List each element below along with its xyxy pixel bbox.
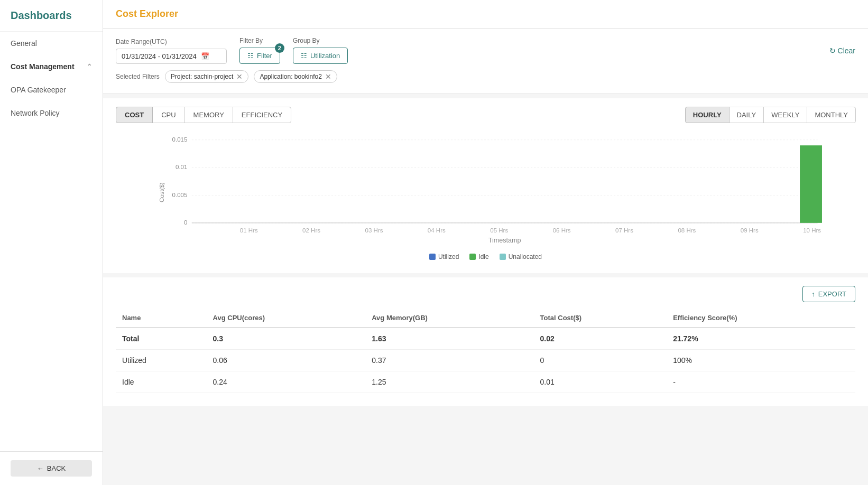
back-arrow-icon: ← [37, 464, 44, 472]
chart-tab-group: COST CPU MEMORY EFFICIENCY [116, 107, 291, 123]
x-tick-01: 01 Hrs [240, 227, 258, 234]
legend-utilized-label: Utilized [438, 253, 459, 260]
row-utilized-efficiency: 100% [667, 350, 855, 371]
chart-area: Cost($) 0.015 0.01 0.005 0 01 Hrs 02 Hrs… [126, 132, 855, 248]
chip-project-remove[interactable]: ✕ [236, 73, 243, 80]
y-tick-0015: 0.015 [172, 136, 188, 143]
chip-app-label: Application: bookinfo2 [260, 73, 321, 80]
legend-unallocated-label: Unallocated [509, 253, 542, 260]
main-content: Cost Explorer Date Range(UTC) 01/31/2024… [103, 0, 868, 485]
col-name: Name [116, 309, 207, 328]
x-tick-07: 07 Hrs [615, 227, 633, 234]
group-by-button-label: Utilization [310, 52, 340, 60]
sidebar-item-label-general: General [11, 39, 37, 48]
sidebar-item-label-network: Network Policy [11, 109, 60, 117]
filter-chip-project: Project: sachin-project ✕ [165, 70, 249, 83]
row-idle-cost: 0.01 [534, 371, 667, 393]
filter-icon: ☷ [247, 52, 254, 60]
row-idle-efficiency: - [667, 371, 855, 393]
time-tab-hourly[interactable]: HOURLY [685, 107, 730, 123]
y-tick-0005: 0.005 [172, 192, 188, 198]
sidebar-item-general[interactable]: General [0, 32, 103, 55]
date-range-value: 01/31/2024 - 01/31/2024 [122, 52, 197, 60]
row-utilized-avg-memory: 0.37 [365, 350, 533, 371]
x-tick-03: 03 Hrs [365, 227, 383, 234]
date-range-group: Date Range(UTC) 01/31/2024 - 01/31/2024 … [116, 38, 227, 64]
refresh-icon: ↻ [829, 46, 836, 55]
x-tick-10: 10 Hrs [803, 227, 821, 234]
sidebar: Dashboards General Cost Management ⌃ OPA… [0, 0, 103, 485]
filter-button-label: Filter [257, 52, 272, 60]
filter-button[interactable]: ☷ Filter [239, 48, 280, 64]
row-utilized-name: Utilized [116, 350, 207, 371]
export-row: ↑ EXPORT [116, 286, 855, 302]
filter-chip-app: Application: bookinfo2 ✕ [254, 70, 337, 83]
filter-row: Date Range(UTC) 01/31/2024 - 01/31/2024 … [116, 37, 855, 64]
main-header: Cost Explorer [103, 0, 868, 29]
row-idle-avg-memory: 1.25 [365, 371, 533, 393]
groupby-icon: ☷ [301, 52, 307, 60]
y-axis-label: Cost($) [159, 182, 165, 202]
col-efficiency: Efficiency Score(%) [667, 309, 855, 328]
chip-app-remove[interactable]: ✕ [325, 73, 331, 80]
row-total-cost: 0.02 [534, 328, 667, 350]
sidebar-item-cost-management[interactable]: Cost Management ⌃ [0, 55, 103, 78]
col-avg-cpu: Avg CPU(cores) [207, 309, 366, 328]
col-total-cost: Total Cost($) [534, 309, 667, 328]
chart-legend: Utilized Idle Unallocated [116, 253, 855, 260]
time-tab-daily[interactable]: DAILY [729, 107, 764, 123]
clear-button[interactable]: ↻ Clear [829, 46, 855, 55]
time-tab-weekly[interactable]: WEEKLY [763, 107, 807, 123]
x-tick-02: 02 Hrs [302, 227, 320, 234]
x-tick-06: 06 Hrs [553, 227, 571, 234]
filter-by-label: Filter By [239, 37, 280, 44]
group-by-group: Group By ☷ Utilization [293, 37, 348, 64]
row-total-avg-cpu: 0.3 [207, 328, 366, 350]
legend-idle-dot [469, 254, 476, 260]
table-row-total: Total 0.3 1.63 0.02 21.72% [116, 328, 855, 350]
table-section: ↑ EXPORT Name Avg CPU(cores) Avg Memory(… [103, 277, 868, 406]
time-tab-monthly[interactable]: MONTHLY [807, 107, 856, 123]
tab-cost[interactable]: COST [116, 107, 153, 123]
group-by-label: Group By [293, 37, 348, 44]
legend-utilized: Utilized [429, 253, 459, 260]
chevron-down-icon: ⌃ [87, 63, 92, 70]
back-button[interactable]: ← BACK [11, 460, 92, 477]
page-title: Cost Explorer [116, 8, 178, 19]
filter-button-wrap: ☷ Filter 2 [239, 48, 280, 64]
selected-filters-label: Selected Filters [116, 73, 160, 80]
export-button[interactable]: ↑ EXPORT [802, 286, 855, 302]
sidebar-item-network-policy[interactable]: Network Policy [0, 101, 103, 125]
table-row-idle: Idle 0.24 1.25 0.01 - [116, 371, 855, 393]
date-range-label: Date Range(UTC) [116, 38, 227, 45]
tab-efficiency[interactable]: EFFICIENCY [233, 107, 291, 123]
x-tick-04: 04 Hrs [428, 227, 446, 234]
x-tick-05: 05 Hrs [490, 227, 508, 234]
date-range-input[interactable]: 01/31/2024 - 01/31/2024 📅 [116, 49, 227, 64]
table-body: Total 0.3 1.63 0.02 21.72% Utilized 0.06… [116, 328, 855, 393]
col-avg-memory: Avg Memory(GB) [365, 309, 533, 328]
filter-section: Date Range(UTC) 01/31/2024 - 01/31/2024 … [103, 29, 868, 94]
bar-10hrs-idle [800, 145, 822, 223]
filter-badge: 2 [275, 43, 284, 53]
chart-section: COST CPU MEMORY EFFICIENCY HOURLY DAILY … [103, 98, 868, 273]
calendar-icon[interactable]: 📅 [201, 52, 209, 60]
tab-cpu[interactable]: CPU [152, 107, 184, 123]
x-axis-label: Timestamp [488, 237, 521, 244]
tabs-row: COST CPU MEMORY EFFICIENCY HOURLY DAILY … [116, 107, 855, 123]
row-total-efficiency: 21.72% [667, 328, 855, 350]
sidebar-item-opa-gatekeeper[interactable]: OPA Gatekeeper [0, 78, 103, 101]
legend-idle-label: Idle [478, 253, 488, 260]
tab-memory[interactable]: MEMORY [184, 107, 233, 123]
row-idle-avg-cpu: 0.24 [207, 371, 366, 393]
export-button-label: EXPORT [818, 290, 846, 298]
group-by-button[interactable]: ☷ Utilization [293, 48, 348, 64]
x-tick-09: 09 Hrs [741, 227, 759, 234]
chart-svg: Cost($) 0.015 0.01 0.005 0 01 Hrs 02 Hrs… [126, 132, 855, 248]
selected-filters-row: Selected Filters Project: sachin-project… [116, 70, 855, 83]
legend-idle: Idle [469, 253, 488, 260]
row-idle-name: Idle [116, 371, 207, 393]
chip-project-label: Project: sachin-project [171, 73, 234, 80]
sidebar-title: Dashboards [0, 0, 103, 32]
back-button-label: BACK [47, 464, 66, 472]
